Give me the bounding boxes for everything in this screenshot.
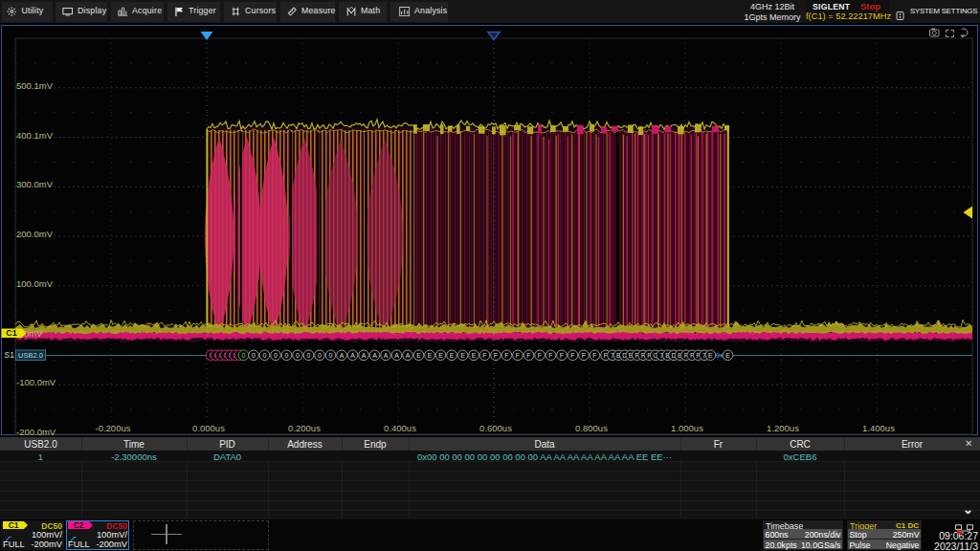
- svg-text:E: E: [428, 352, 433, 359]
- svg-text:F: F: [482, 352, 486, 359]
- svg-text:-200.0mV: -200.0mV: [16, 427, 56, 436]
- svg-text:0: 0: [285, 352, 289, 359]
- svg-text:F: F: [560, 352, 564, 359]
- svg-text:A: A: [406, 352, 411, 359]
- svg-text:E: E: [472, 352, 477, 359]
- svg-text:C1: C1: [6, 328, 17, 338]
- svg-text:F: F: [516, 352, 520, 359]
- svg-text:A: A: [372, 352, 377, 359]
- svg-text:F: F: [504, 352, 508, 359]
- svg-text:0.200us: 0.200us: [288, 423, 321, 433]
- svg-text:E: E: [460, 352, 465, 359]
- svg-text:F: F: [570, 352, 574, 359]
- svg-text:0: 0: [263, 352, 267, 359]
- svg-text:F: F: [582, 352, 586, 359]
- svg-text:A: A: [340, 352, 345, 359]
- svg-text:F: F: [538, 352, 542, 359]
- svg-text:0.400us: 0.400us: [384, 423, 416, 433]
- svg-text:S1: S1: [5, 350, 15, 360]
- svg-text:0: 0: [318, 352, 322, 359]
- svg-text:A: A: [384, 352, 389, 359]
- svg-text:500.1mV: 500.1mV: [16, 80, 54, 91]
- svg-text:A: A: [350, 352, 355, 359]
- svg-text:0: 0: [252, 352, 256, 359]
- svg-text:400.1mV: 400.1mV: [16, 130, 54, 141]
- svg-text:A: A: [394, 352, 399, 359]
- svg-text:0: 0: [296, 352, 300, 359]
- svg-text:-0.200us: -0.200us: [96, 423, 131, 433]
- svg-text:1.000us: 1.000us: [671, 423, 703, 433]
- svg-text:0.800us: 0.800us: [575, 423, 608, 433]
- svg-text:0: 0: [242, 352, 246, 359]
- svg-text:-100.0mV: -100.0mV: [16, 377, 56, 387]
- svg-text:200.0mV: 200.0mV: [16, 229, 54, 239]
- svg-text:E: E: [725, 352, 730, 359]
- svg-text:A: A: [362, 352, 367, 359]
- svg-text:E: E: [450, 352, 455, 359]
- svg-text:F: F: [592, 352, 596, 359]
- svg-text:300.0mV: 300.0mV: [16, 179, 54, 189]
- svg-text:E: E: [708, 352, 713, 359]
- svg-text:1.200us: 1.200us: [767, 423, 799, 433]
- svg-text:0: 0: [274, 352, 278, 359]
- svg-text:1.400us: 1.400us: [862, 423, 895, 433]
- svg-text:0: 0: [307, 352, 311, 359]
- svg-text:0.600us: 0.600us: [479, 423, 512, 433]
- svg-text:F: F: [526, 352, 530, 359]
- svg-text:E: E: [438, 352, 443, 359]
- svg-text:0.000us: 0.000us: [192, 423, 225, 433]
- svg-text:E: E: [416, 352, 421, 359]
- svg-text:USB2.0: USB2.0: [18, 351, 43, 360]
- svg-text:F: F: [494, 352, 498, 359]
- svg-text:0: 0: [329, 352, 333, 359]
- svg-text:100.0mV: 100.0mV: [16, 278, 54, 289]
- svg-text:F: F: [548, 352, 552, 359]
